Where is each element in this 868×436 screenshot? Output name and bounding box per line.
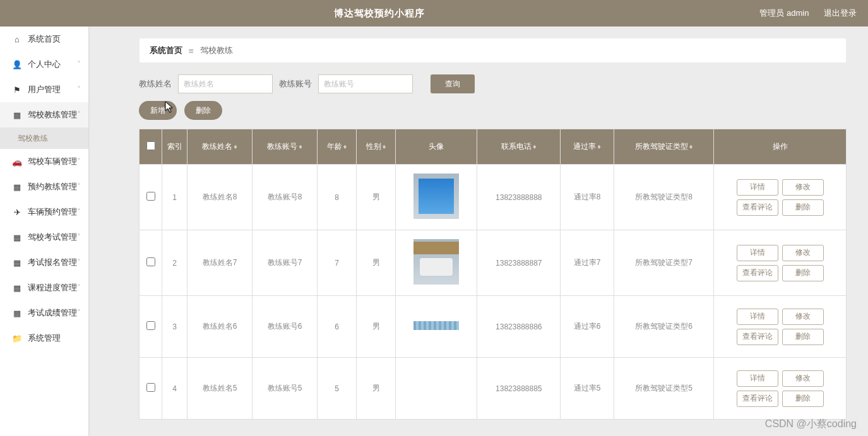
cell-index: 1 [162,165,187,230]
sidebar-item[interactable]: ▦预约教练管理˅ [0,174,88,199]
col-phone: 联系电话♦ [477,129,561,165]
breadcrumb: 系统首页 ≡ 驾校教练 [139,38,847,63]
sidebar-item-label: 课程进度管理 [28,282,77,293]
avatar-image [413,239,459,285]
sidebar-icon: ▦ [11,258,23,268]
sidebar-item[interactable]: ▦课程进度管理˅ [0,275,88,300]
breadcrumb-sep-icon: ≡ [189,46,194,56]
cell-age: 8 [318,165,357,230]
detail-button[interactable]: 详情 [737,179,778,196]
sort-icon[interactable]: ♦ [689,143,693,150]
cell-name: 教练姓名7 [187,230,253,296]
query-button[interactable]: 查询 [431,74,475,93]
sidebar-item[interactable]: 🚗驾校车辆管理˅ [0,149,88,174]
sidebar-item-label: 驾校考试管理 [28,232,77,243]
sort-icon[interactable]: ♦ [597,143,601,150]
row-checkbox[interactable] [146,321,155,330]
sort-icon[interactable]: ♦ [299,143,302,150]
edit-button[interactable]: 修改 [782,179,824,196]
breadcrumb-home[interactable]: 系统首页 [150,45,182,56]
comments-button[interactable]: 查看评论 [737,329,778,345]
sidebar-item-label: 预约教练管理 [28,181,77,192]
select-all-checkbox[interactable] [146,141,155,150]
cell-gender: 男 [357,165,396,230]
cell-avatar [396,165,477,230]
cell-phone: 13823888887 [477,230,561,296]
cell-phone: 13823888888 [477,165,561,230]
sidebar-subitem[interactable]: 驾校教练 [0,127,88,149]
sidebar-item[interactable]: ▦驾校考试管理˅ [0,225,88,250]
cell-ops: 详情修改查看评论删除 [714,296,847,358]
row-checkbox[interactable] [146,383,155,392]
sort-icon[interactable]: ♦ [533,143,537,150]
user-label[interactable]: 管理员 admin [759,8,809,18]
cell-phone: 13823888886 [477,296,561,358]
sidebar-item[interactable]: ✈车辆预约管理˅ [0,199,88,225]
col-avatar: 头像 [396,129,477,165]
cell-name: 教练姓名8 [187,165,253,230]
filter-name-input[interactable] [178,74,273,93]
cell-pass: 通过率5 [561,358,614,420]
cell-index: 4 [162,358,187,420]
detail-button[interactable]: 详情 [737,309,778,325]
cell-teach: 所教驾驶证类型8 [614,165,713,230]
edit-button[interactable]: 修改 [782,245,824,261]
sidebar-item[interactable]: 📁系统管理 [0,326,88,351]
col-teach: 所教驾驶证类型♦ [614,129,713,165]
table-row: 1教练姓名8教练账号88男13823888888通过率8所教驾驶证类型8详情修改… [140,165,847,230]
filter-account-input[interactable] [318,74,413,93]
cell-index: 2 [162,230,187,296]
add-button[interactable]: 新增 [139,101,177,120]
comments-button[interactable]: 查看评论 [737,265,778,281]
sidebar-icon: 🚗 [11,157,23,167]
comments-button[interactable]: 查看评论 [737,199,778,216]
comments-button[interactable]: 查看评论 [737,391,778,407]
sort-icon[interactable]: ♦ [234,143,237,150]
edit-button[interactable]: 修改 [782,309,824,325]
delete-button[interactable]: 删除 [184,101,222,120]
col-gender: 性别♦ [357,129,396,165]
row-delete-button[interactable]: 删除 [782,329,824,345]
cell-avatar [396,358,477,420]
row-delete-button[interactable]: 删除 [782,265,824,281]
sort-icon[interactable]: ♦ [343,143,347,150]
chevron-icon: ˅ [77,283,81,292]
col-name: 教练姓名♦ [187,129,253,165]
chevron-icon: ˅ [77,233,81,242]
sidebar-icon: ▦ [11,110,23,120]
detail-button[interactable]: 详情 [737,245,778,261]
watermark: CSDN @小蔡coding [765,418,857,431]
row-delete-button[interactable]: 删除 [782,391,824,407]
edit-button[interactable]: 修改 [782,370,824,387]
sidebar-item[interactable]: ▦驾校教练管理˄ [0,102,88,127]
breadcrumb-current: 驾校教练 [200,45,233,56]
cell-teach: 所教驾驶证类型5 [614,358,713,420]
sidebar-item[interactable]: ▦考试报名管理˅ [0,250,88,275]
action-row: 新增 删除 [139,101,847,120]
cell-gender: 男 [357,358,396,420]
sort-icon[interactable]: ♦ [383,143,386,150]
cell-account: 教练账号5 [253,358,318,420]
sidebar-item[interactable]: ⚑用户管理˅ [0,77,88,102]
cell-avatar [396,230,477,296]
cell-name: 教练姓名5 [187,358,253,420]
sidebar-item[interactable]: ⌂系统首页 [0,27,88,52]
row-checkbox[interactable] [146,257,155,266]
row-checkbox[interactable] [146,192,155,201]
cell-ops: 详情修改查看评论删除 [714,358,847,420]
cell-gender: 男 [357,296,396,358]
sidebar-icon: ⌂ [11,35,23,44]
sidebar-item[interactable]: 👤个人中心˅ [0,52,88,77]
row-delete-button[interactable]: 删除 [782,199,824,216]
chevron-icon: ˅ [77,85,81,94]
cell-teach: 所教驾驶证类型7 [614,230,713,296]
col-age: 年龄♦ [318,129,357,165]
cell-age: 5 [318,358,357,420]
sidebar-icon: 👤 [11,60,23,69]
cell-teach: 所教驾驶证类型6 [614,296,713,358]
sidebar-item-label: 用户管理 [28,84,77,95]
sidebar-item[interactable]: ▦考试成绩管理˅ [0,300,88,326]
sidebar: ⌂系统首页👤个人中心˅⚑用户管理˅▦驾校教练管理˄驾校教练🚗驾校车辆管理˅▦预约… [0,27,88,436]
logout-link[interactable]: 退出登录 [824,8,857,18]
detail-button[interactable]: 详情 [737,370,778,387]
